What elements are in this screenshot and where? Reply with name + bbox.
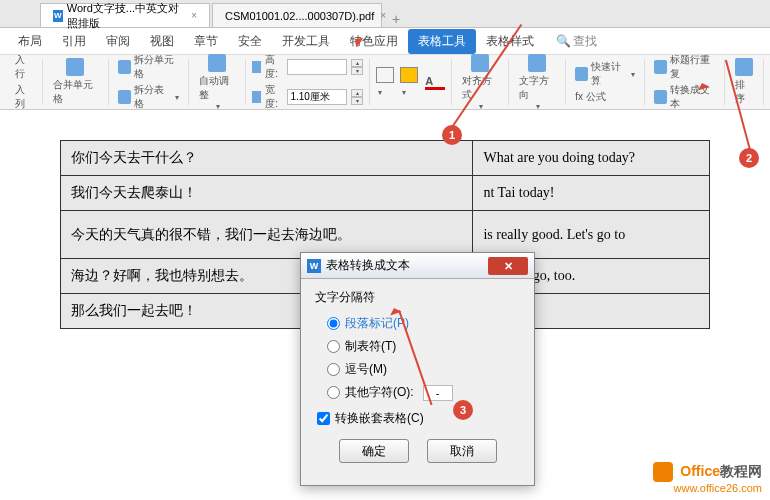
- data-group: 标题行重复 转换成文本: [645, 59, 725, 105]
- text-direction-group: 文字方向▾: [509, 59, 566, 105]
- search-label: 查找: [573, 33, 597, 50]
- border-icon: [376, 67, 394, 83]
- document-tab-2[interactable]: CSM01001.02....000307D).pdf ×: [212, 3, 382, 27]
- check-nested-tables[interactable]: 转换嵌套表格(C): [315, 404, 520, 429]
- autofit-icon: [208, 54, 226, 72]
- width-stepper[interactable]: ▴▾: [351, 89, 362, 105]
- dialog-close-button[interactable]: ✕: [488, 257, 528, 275]
- ribbon-tab-security[interactable]: 安全: [228, 29, 272, 54]
- row-height-icon: [252, 61, 262, 73]
- ribbon-tab-bar: 布局 引用 审阅 视图 章节 安全 开发工具 特色应用 表格工具 表格样式 🔍 …: [0, 28, 770, 54]
- insert-col-button[interactable]: 入列: [12, 82, 36, 112]
- table-row: 你们今天去干什么？What are you doing today?: [61, 141, 710, 176]
- height-stepper[interactable]: ▴▾: [351, 59, 362, 75]
- cell-en[interactable]: What are you doing today?: [473, 141, 710, 176]
- height-label: 高度:: [265, 53, 283, 81]
- split-cells-icon: [118, 60, 131, 74]
- search-box[interactable]: 🔍 查找: [556, 33, 597, 50]
- ribbon-tab-references[interactable]: 引用: [52, 29, 96, 54]
- chevron-down-icon: ▾: [378, 88, 382, 97]
- text-direction-button[interactable]: 文字方向▾: [515, 52, 559, 113]
- ribbon-tab-layout[interactable]: 布局: [8, 29, 52, 54]
- cancel-button[interactable]: 取消: [427, 439, 497, 463]
- height-input[interactable]: [287, 59, 347, 75]
- fill-icon: [400, 67, 418, 83]
- dimensions-group: 高度: ▴▾ 宽度: ▴▾: [246, 59, 370, 105]
- radio-comma-input[interactable]: [327, 363, 340, 376]
- dialog-title-text: 表格转换成文本: [326, 257, 410, 274]
- ribbon-tab-developer[interactable]: 开发工具: [272, 29, 340, 54]
- word-doc-icon: W: [307, 259, 321, 273]
- split-group: 拆分单元格 拆分表格▾: [109, 59, 189, 105]
- tab-label: CSM01001.02....000307D).pdf: [225, 10, 374, 22]
- nested-checkbox[interactable]: [317, 412, 330, 425]
- autofit-group: 自动调整▾: [189, 59, 246, 105]
- radio-other[interactable]: 其他字符(O):: [315, 381, 520, 404]
- radio-paragraph-input[interactable]: [327, 317, 340, 330]
- align-icon: [471, 54, 489, 72]
- radio-paragraph[interactable]: 段落标记(P): [315, 312, 520, 335]
- ribbon-tab-table-tools[interactable]: 表格工具: [408, 29, 476, 54]
- close-icon[interactable]: ×: [191, 10, 197, 21]
- add-tab-button[interactable]: +: [384, 11, 408, 27]
- chevron-down-icon: ▾: [216, 102, 220, 111]
- quick-calc-button[interactable]: 快速计算▾: [572, 59, 638, 89]
- width-label: 宽度:: [265, 83, 283, 111]
- callout-badge-3: 3: [453, 400, 473, 420]
- document-tab-1[interactable]: W Word文字技...中英文对照排版 ×: [40, 3, 210, 27]
- insert-row-button[interactable]: 入行: [12, 52, 36, 82]
- ribbon-tab-review[interactable]: 审阅: [96, 29, 140, 54]
- brand-url: www.office26.com: [653, 482, 762, 494]
- merge-cells-button[interactable]: 合并单元格: [49, 56, 102, 108]
- text-direction-icon: [528, 54, 546, 72]
- formula-button[interactable]: fx 公式: [572, 89, 609, 105]
- sort-icon: [735, 58, 753, 76]
- brand-icon: [653, 462, 673, 482]
- ribbon-tab-view[interactable]: 视图: [140, 29, 184, 54]
- watermark: Office教程网 www.office26.com: [653, 462, 762, 494]
- search-icon: 🔍: [556, 34, 571, 48]
- col-width-icon: [252, 91, 262, 103]
- radio-other-input[interactable]: [327, 386, 340, 399]
- ribbon-toolbar: 入行 入列 合并单元格 拆分单元格 拆分表格▾ 自动调整▾ 高度: ▴▾ 宽度:…: [0, 54, 770, 110]
- split-cells-button[interactable]: 拆分单元格: [115, 52, 182, 82]
- chevron-down-icon: ▾: [402, 88, 406, 97]
- cell-en[interactable]: nt Tai today!: [473, 176, 710, 211]
- auto-adjust-button[interactable]: 自动调整▾: [195, 52, 239, 113]
- tab-label: Word文字技...中英文对照排版: [67, 1, 185, 31]
- repeat-header-button[interactable]: 标题行重复: [651, 52, 718, 82]
- cell-zh[interactable]: 我们今天去爬泰山！: [61, 176, 473, 211]
- merge-icon: [66, 58, 84, 76]
- callout-badge-2: 2: [739, 148, 759, 168]
- document-tab-bar: W Word文字技...中英文对照排版 × CSM01001.02....000…: [0, 0, 770, 28]
- table-row: 我们今天去爬泰山！nt Tai today!: [61, 176, 710, 211]
- chevron-down-icon: ▾: [536, 102, 540, 111]
- convert-icon: [654, 90, 667, 104]
- ok-button[interactable]: 确定: [339, 439, 409, 463]
- dialog-body: 文字分隔符 段落标记(P) 制表符(T) 逗号(M) 其他字符(O): 转换嵌套…: [301, 279, 534, 485]
- word-doc-icon: W: [53, 10, 63, 22]
- font-color-button[interactable]: A: [425, 75, 445, 90]
- chevron-down-icon: ▾: [175, 93, 179, 102]
- radio-tab-input[interactable]: [327, 340, 340, 353]
- width-input[interactable]: [287, 89, 347, 105]
- cell-zh[interactable]: 你们今天去干什么？: [61, 141, 473, 176]
- split-table-button[interactable]: 拆分表格▾: [115, 82, 182, 112]
- brand-text-prefix: Office: [680, 463, 720, 479]
- chevron-down-icon: ▾: [631, 70, 635, 79]
- dialog-titlebar[interactable]: W 表格转换成文本 ✕: [301, 253, 534, 279]
- merge-group: 合并单元格: [43, 59, 109, 105]
- split-table-icon: [118, 90, 131, 104]
- insert-group: 入行 入列: [6, 59, 43, 105]
- radio-tab[interactable]: 制表符(T): [315, 335, 520, 358]
- border-button[interactable]: ▾: [376, 67, 397, 97]
- calc-icon: [575, 67, 587, 81]
- dialog-button-row: 确定 取消: [315, 429, 520, 475]
- fill-color-button[interactable]: ▾: [400, 67, 421, 97]
- repeat-header-icon: [654, 60, 667, 74]
- ribbon-tab-section[interactable]: 章节: [184, 29, 228, 54]
- chevron-down-icon: ▾: [479, 102, 483, 111]
- callout-badge-1: 1: [442, 125, 462, 145]
- border-fill-group: ▾ ▾ A: [370, 59, 453, 105]
- separator-group-label: 文字分隔符: [315, 289, 520, 306]
